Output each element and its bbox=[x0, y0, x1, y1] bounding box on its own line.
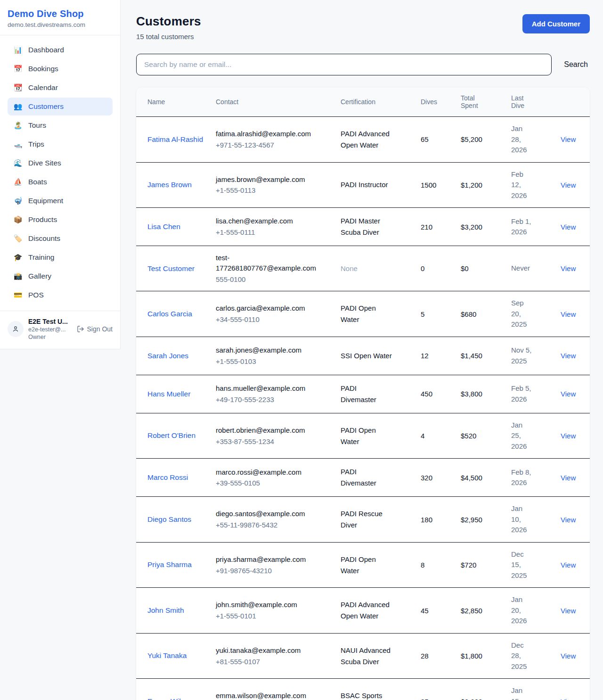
customer-certification: PADI Open Water bbox=[341, 296, 399, 332]
customer-total-spent: $4,500 bbox=[461, 467, 511, 488]
customer-name-link[interactable]: James Brown bbox=[147, 179, 192, 190]
view-customer-link[interactable]: View bbox=[561, 561, 576, 569]
sign-out-label: Sign Out bbox=[87, 325, 113, 333]
sign-out-button[interactable]: Sign Out bbox=[77, 325, 113, 333]
customer-dives: 320 bbox=[421, 467, 461, 488]
customer-last-dive: Jan 10, 2026 bbox=[511, 497, 540, 542]
view-customer-link[interactable]: View bbox=[561, 310, 576, 318]
sidebar-item-discounts[interactable]: 🏷️ Discounts bbox=[8, 230, 113, 247]
view-customer-link[interactable]: View bbox=[561, 223, 576, 231]
customer-name-link[interactable]: Yuki Tanaka bbox=[147, 650, 187, 661]
sidebar-item-tours[interactable]: 🏝️ Tours bbox=[8, 116, 113, 134]
sidebar-item-gallery[interactable]: 📸 Gallery bbox=[8, 267, 113, 285]
customer-name-link[interactable]: John Smith bbox=[147, 605, 184, 616]
customer-phone: +1-555-0101 bbox=[216, 611, 334, 621]
sidebar-item-dive-sites[interactable]: 🌊 Dive Sites bbox=[8, 154, 113, 172]
customer-last-dive: Nov 5, 2025 bbox=[511, 338, 540, 373]
customer-certification: PADI Open Water bbox=[341, 418, 399, 454]
customer-name-link[interactable]: Hans Mueller bbox=[147, 388, 190, 400]
sidebar-nav: 📊 Dashboard 📅 Bookings 📆 Calendar 👥 Cust… bbox=[0, 35, 120, 311]
customer-total-spent: $520 bbox=[461, 425, 511, 446]
customer-name-link[interactable]: Sarah Jones bbox=[147, 350, 188, 362]
view-customer-link[interactable]: View bbox=[561, 181, 576, 189]
view-customer-link[interactable]: View bbox=[561, 698, 576, 700]
sidebar-item-pos[interactable]: 💳 POS bbox=[8, 286, 113, 304]
customer-name-link[interactable]: Test Customer bbox=[147, 263, 195, 274]
sidebar-item-label: Dashboard bbox=[28, 46, 64, 54]
customer-certification: PADI Open Water bbox=[341, 547, 399, 583]
sidebar-item-customers[interactable]: 👥 Customers bbox=[8, 98, 113, 115]
add-customer-button[interactable]: Add Customer bbox=[522, 14, 590, 33]
sidebar-item-equipment[interactable]: 🤿 Equipment bbox=[8, 192, 113, 210]
customer-email: robert.obrien@example.com bbox=[216, 425, 317, 436]
customer-last-dive: Dec 15, 2025 bbox=[511, 543, 540, 588]
brand-name: Demo Dive Shop bbox=[8, 8, 113, 19]
table-row: Emma Wilson emma.wilson@example.com +44-… bbox=[136, 678, 590, 700]
sidebar-item-boats[interactable]: ⛵ Boats bbox=[8, 173, 113, 191]
table-row: James Brown james.brown@example.com +1-5… bbox=[136, 162, 590, 208]
view-customer-link[interactable]: View bbox=[561, 135, 576, 143]
customer-dives: 8 bbox=[421, 554, 461, 576]
customer-name-link[interactable]: Priya Sharma bbox=[147, 559, 192, 570]
view-customer-link[interactable]: View bbox=[561, 432, 576, 440]
search-input[interactable] bbox=[136, 54, 552, 75]
view-customer-link[interactable]: View bbox=[561, 390, 576, 398]
view-customer-link[interactable]: View bbox=[561, 652, 576, 660]
customer-email: fatima.alrashid@example.com bbox=[216, 129, 317, 139]
customer-phone: 555-0100 bbox=[216, 274, 334, 285]
column-header-contact: Contact bbox=[216, 92, 341, 111]
customer-last-dive: Jan 15, 2026 bbox=[511, 679, 540, 700]
sidebar-item-label: POS bbox=[28, 291, 44, 299]
customer-email: carlos.garcia@example.com bbox=[216, 303, 317, 313]
search-button[interactable]: Search bbox=[552, 60, 588, 69]
customer-name-link[interactable]: Diego Santos bbox=[147, 514, 191, 525]
sidebar-item-dashboard[interactable]: 📊 Dashboard bbox=[8, 41, 113, 59]
sidebar-item-products[interactable]: 📦 Products bbox=[8, 211, 113, 229]
camera-flash-icon: 📸 bbox=[13, 272, 23, 280]
customer-certification: None bbox=[341, 256, 399, 281]
customer-last-dive: Feb 1, 2026 bbox=[511, 210, 540, 244]
table-row: Yuki Tanaka yuki.tanaka@example.com +81-… bbox=[136, 633, 590, 679]
customer-total-spent: $1,450 bbox=[461, 345, 511, 366]
customer-name-link[interactable]: Lisa Chen bbox=[147, 221, 180, 232]
view-customer-link[interactable]: View bbox=[561, 264, 576, 272]
customer-count: 15 total customers bbox=[136, 33, 201, 41]
main-content: Customers 15 total customers Add Custome… bbox=[121, 0, 603, 700]
customer-last-dive: Jan 20, 2026 bbox=[511, 588, 540, 633]
page-title: Customers bbox=[136, 14, 201, 29]
customer-total-spent: $720 bbox=[461, 554, 511, 576]
user-name: E2E Test U... bbox=[28, 318, 72, 325]
view-customer-link[interactable]: View bbox=[561, 352, 576, 360]
customer-name-link[interactable]: Robert O'Brien bbox=[147, 430, 196, 441]
customer-dives: 0 bbox=[421, 258, 461, 279]
tag-icon: 🏷️ bbox=[13, 234, 23, 243]
customer-certification: PADI Instructor bbox=[341, 173, 399, 197]
customer-certification: SSI Open Water bbox=[341, 344, 399, 368]
view-customer-link[interactable]: View bbox=[561, 516, 576, 524]
table-row: Test Customer test-1772681807767@example… bbox=[136, 246, 590, 291]
column-header-actions bbox=[561, 96, 580, 107]
sidebar-item-label: Calendar bbox=[28, 83, 58, 92]
sidebar-item-label: Trips bbox=[28, 140, 44, 148]
sidebar-item-trips[interactable]: 🛥️ Trips bbox=[8, 135, 113, 153]
table-row: Priya Sharma priya.sharma@example.com +9… bbox=[136, 542, 590, 588]
customer-total-spent: $2,600 bbox=[461, 691, 511, 700]
customer-name-link[interactable]: Emma Wilson bbox=[147, 696, 193, 700]
sign-out-icon bbox=[77, 325, 84, 333]
package-icon: 📦 bbox=[13, 215, 23, 224]
column-header-name: Name bbox=[147, 92, 216, 111]
search-row: Search bbox=[136, 54, 590, 75]
user-email: e2e-tester@... bbox=[28, 326, 72, 333]
column-header-certification: Certification bbox=[341, 92, 421, 111]
customer-name-link[interactable]: Carlos Garcia bbox=[147, 308, 192, 320]
sidebar-item-label: Discounts bbox=[28, 234, 60, 243]
sidebar-item-bookings[interactable]: 📅 Bookings bbox=[8, 60, 113, 78]
customer-total-spent: $2,850 bbox=[461, 600, 511, 621]
sidebar-item-calendar[interactable]: 📆 Calendar bbox=[8, 79, 113, 97]
view-customer-link[interactable]: View bbox=[561, 474, 576, 482]
table-row: Marco Rossi marco.rossi@example.com +39-… bbox=[136, 458, 590, 496]
view-customer-link[interactable]: View bbox=[561, 607, 576, 615]
customer-name-link[interactable]: Marco Rossi bbox=[147, 472, 188, 483]
customer-name-link[interactable]: Fatima Al-Rashid bbox=[147, 134, 203, 145]
sidebar-item-training[interactable]: 🎓 Training bbox=[8, 248, 113, 266]
